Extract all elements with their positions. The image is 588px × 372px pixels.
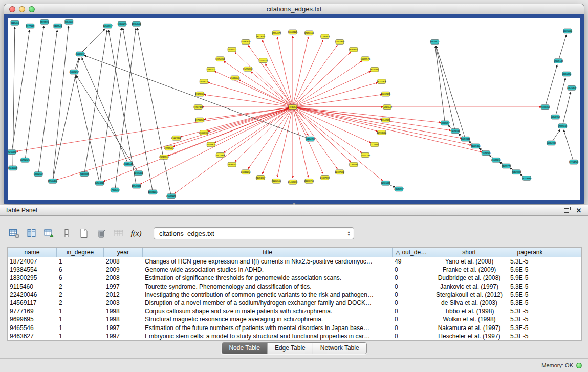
graph-node[interactable]: 25599223 <box>166 194 176 199</box>
table-cell[interactable]: 5.3E-5 <box>508 299 552 307</box>
graph-node[interactable]: 15184784 <box>306 137 315 141</box>
graph-node[interactable]: 17908412 <box>110 188 120 192</box>
zoom-window-button[interactable] <box>29 6 35 12</box>
graph-node[interactable]: 19587436 <box>193 105 203 110</box>
graph-node[interactable]: 21678766 <box>304 179 314 183</box>
graph-node[interactable]: 22097032 <box>335 170 345 174</box>
table-cell[interactable]: 22420046 <box>8 291 57 299</box>
graph-node[interactable]: 17240341 <box>288 105 298 110</box>
table-cell[interactable]: 2 <box>57 299 104 307</box>
graph-node[interactable]: 19384554 <box>132 21 141 26</box>
function-builder-button[interactable]: f(x) <box>129 227 143 240</box>
table-cell[interactable]: 2012 <box>104 291 143 299</box>
graph-node[interactable]: 16659574 <box>360 57 370 61</box>
table-cell[interactable]: 5.3E-5 <box>508 324 552 332</box>
graph-node[interactable]: 11595044 <box>563 29 573 33</box>
graph-node[interactable]: 22079569 <box>481 151 491 156</box>
graph-node[interactable]: 18750904 <box>215 57 225 61</box>
graph-node[interactable]: 24563845 <box>95 181 104 185</box>
minimize-window-button[interactable] <box>19 6 25 12</box>
table-cell[interactable]: Nakamura et al. (1997) <box>430 324 508 332</box>
rows-button[interactable] <box>59 227 74 240</box>
graph-node[interactable]: 18960037 <box>206 67 216 72</box>
graph-node[interactable]: 9699695 <box>40 19 49 24</box>
table-cell[interactable]: de Silva et al. (2003) <box>430 299 508 307</box>
graph-node[interactable]: 26119989 <box>522 176 532 181</box>
table-cell[interactable]: 0 <box>393 266 430 274</box>
graph-node[interactable]: 22365631 <box>381 181 390 185</box>
window-titlebar[interactable]: citations_edges.txt <box>4 4 584 14</box>
float-panel-icon[interactable] <box>562 206 571 214</box>
graph-node[interactable]: 9463627 <box>65 19 74 24</box>
table-cell[interactable]: Estimation of the future numbers of pati… <box>143 324 393 332</box>
graph-node[interactable]: 14625359 <box>567 86 577 91</box>
graph-node[interactable]: 21229300 <box>171 136 181 140</box>
table-cell[interactable]: 5.6E-5 <box>508 266 552 274</box>
table-cell[interactable]: 0 <box>393 299 430 307</box>
table-cell[interactable]: 5.3E-5 <box>508 282 552 291</box>
column-header-in_degree[interactable]: in_degree <box>57 248 104 257</box>
table-row[interactable]: 1938455462009Genome-wide association stu… <box>8 266 581 274</box>
table-cell[interactable]: 5.3E-5 <box>508 315 552 323</box>
tab-node-table[interactable]: Node Table <box>222 343 268 354</box>
graph-node[interactable]: 16381206 <box>148 190 158 194</box>
graph-node[interactable]: 9777169 <box>26 24 35 28</box>
table-row[interactable]: 2242004622012Investigating the contribut… <box>8 291 581 299</box>
table-cell[interactable]: 2 <box>57 291 104 299</box>
column-header-year[interactable]: year <box>104 248 143 257</box>
graph-node[interactable]: 20214835 <box>206 142 216 147</box>
table-cell[interactable] <box>552 257 581 266</box>
select-columns-button[interactable] <box>25 227 39 240</box>
table-cell[interactable]: 5.9E-5 <box>508 274 552 282</box>
graph-node[interactable]: 17496106 <box>304 31 314 35</box>
graph-node[interactable]: 16868707 <box>349 47 358 52</box>
table-cell[interactable]: 0 <box>393 307 430 315</box>
table-cell[interactable] <box>552 291 581 299</box>
graph-node[interactable]: 20059346 <box>461 137 470 141</box>
graph-node[interactable]: 21051367 <box>256 176 266 180</box>
graph-node[interactable]: 13615254 <box>562 72 572 76</box>
graph-node[interactable]: 21609257 <box>69 70 79 74</box>
table-cell[interactable]: 9465546 <box>8 324 57 332</box>
graph-node[interactable]: 22724431 <box>369 142 379 147</box>
graph-node[interactable]: 15220332 <box>243 67 253 71</box>
table-cell[interactable]: 0 <box>393 274 430 282</box>
graph-node[interactable]: 18300295 <box>117 21 127 26</box>
graph-node[interactable]: 19169170 <box>199 79 209 84</box>
graph-node[interactable]: 19378303 <box>195 92 205 96</box>
table-cell[interactable]: 2008 <box>104 274 143 282</box>
graph-node[interactable]: 16948958 <box>551 115 560 119</box>
table-cell[interactable]: 18300295 <box>8 274 57 282</box>
table-cell[interactable]: 2 <box>57 282 104 291</box>
table-cell[interactable]: 6 <box>57 266 104 274</box>
graph-node[interactable]: 23020937 <box>394 187 404 191</box>
table-cell[interactable]: 5.3E-5 <box>508 307 552 315</box>
graph-node[interactable]: 19949321 <box>132 184 141 188</box>
graph-node[interactable]: 20423968 <box>215 153 225 158</box>
table-cell[interactable]: 19384554 <box>8 266 57 274</box>
table-source-dropdown[interactable]: citations_edges.txt ▲▼ <box>154 227 354 239</box>
graph-node[interactable]: 22306165 <box>349 162 358 167</box>
graph-node[interactable]: 23089674 <box>491 158 501 162</box>
graph-node[interactable]: 21069464 <box>471 144 481 148</box>
import-table-button[interactable] <box>42 227 56 240</box>
table-cell[interactable]: Hescheler et al. (1997) <box>430 332 508 340</box>
network-canvas[interactable]: 17240341 15823042 16032175 16241308 1645… <box>8 18 580 200</box>
graph-node[interactable]: 25109884 <box>512 170 521 174</box>
graph-node[interactable]: 18332638 <box>241 40 251 45</box>
table-cell[interactable]: 5.3E-5 <box>508 332 552 340</box>
graph-node[interactable]: 23148447 <box>123 162 133 166</box>
graph-node[interactable]: 17914372 <box>272 31 281 35</box>
graph-node[interactable]: 20163657 <box>75 52 85 56</box>
table-cell[interactable]: 0 <box>393 291 430 299</box>
table-cell[interactable]: 5.5E-5 <box>508 291 552 299</box>
table-cell[interactable]: 1 <box>57 324 104 332</box>
graph-node[interactable]: 9465546 <box>54 24 62 28</box>
table-cell[interactable]: Dudbridge et al. (2008) <box>430 274 508 282</box>
table-cell[interactable]: Tourette syndrome. Phenomenology and cla… <box>143 282 393 291</box>
column-header-pagerank[interactable]: pagerank <box>508 248 552 257</box>
table-cell[interactable]: Stergiakouli et al. (2012) <box>430 291 508 299</box>
table-cell[interactable]: 0 <box>393 324 430 332</box>
graph-node[interactable]: 22239405 <box>164 146 174 150</box>
table-row[interactable]: 977716911998Corpus callosum shape and si… <box>8 307 581 315</box>
